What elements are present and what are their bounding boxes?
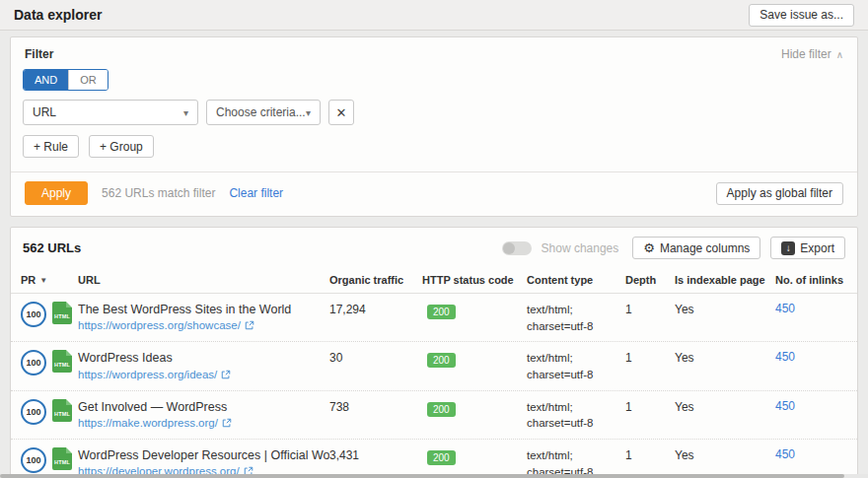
table-row: 100 HTML The Best WordPress Sites in the…	[11, 294, 857, 342]
page-url-link[interactable]: https://make.wordpress.org/	[78, 415, 329, 431]
horizontal-scrollbar	[0, 474, 868, 478]
organic-traffic-value: 738	[329, 399, 422, 414]
http-status-badge: 200	[427, 305, 456, 319]
gear-icon: ⚙	[643, 241, 655, 254]
page-title-text: Get Involved — WordPress	[78, 399, 329, 415]
horizontal-scrollbar-thumb[interactable]	[0, 474, 844, 478]
external-link-icon	[222, 418, 232, 428]
and-button[interactable]: AND	[24, 70, 68, 90]
hide-filter-toggle[interactable]: Hide filter ∧	[781, 47, 843, 61]
content-type-value: text/html; charset=utf-8	[527, 399, 625, 432]
indexable-value: Yes	[675, 399, 775, 414]
inlinks-link[interactable]: 450	[775, 399, 858, 413]
column-header-organic-traffic[interactable]: Organic traffic	[329, 274, 422, 286]
field-select[interactable]: URL ▾	[23, 100, 198, 125]
depth-value: 1	[625, 302, 675, 316]
column-header-content-type[interactable]: Content type	[527, 274, 625, 286]
add-group-button[interactable]: + Group	[89, 135, 154, 158]
http-status-badge: 200	[427, 450, 456, 465]
external-link-icon	[221, 370, 231, 379]
apply-global-filter-button[interactable]: Apply as global filter	[716, 182, 843, 205]
filter-title: Filter	[25, 47, 53, 61]
inlinks-link[interactable]: 450	[775, 350, 858, 364]
external-link-icon	[245, 320, 254, 330]
export-button[interactable]: ↓ Export	[770, 237, 845, 259]
results-panel: 562 URLs Show changes ⚙ Manage columns ↓…	[10, 227, 858, 478]
or-button[interactable]: OR	[68, 70, 108, 90]
and-or-segmented: AND OR	[23, 69, 108, 91]
page-url-link[interactable]: https://wordpress.org/ideas/	[78, 367, 329, 382]
page-url-link[interactable]: https://wordpress.org/showcase/	[78, 317, 329, 333]
page-title-text: WordPress Ideas	[78, 350, 329, 366]
column-header-pr[interactable]: PR ▼	[21, 274, 78, 286]
chevron-down-icon: ▾	[306, 107, 311, 118]
page-rating-badge: 100	[21, 399, 46, 425]
show-changes-toggle[interactable]	[502, 241, 532, 255]
manage-columns-button[interactable]: ⚙ Manage columns	[632, 237, 760, 259]
apply-button[interactable]: Apply	[25, 181, 88, 205]
page-title-text: The Best WordPress Sites in the World	[78, 302, 329, 317]
filter-panel: Filter Hide filter ∧ AND OR URL ▾ Choose…	[10, 36, 858, 217]
column-header-depth[interactable]: Depth	[625, 274, 675, 286]
results-count: 562 URLs	[23, 240, 81, 255]
page-rating-badge: 100	[21, 302, 46, 327]
http-status-badge: 200	[427, 353, 456, 368]
export-icon: ↓	[781, 241, 795, 255]
close-icon: ✕	[336, 105, 347, 120]
indexable-value: Yes	[675, 447, 775, 462]
page-title-text: WordPress Developer Resources | Official…	[78, 447, 329, 463]
table-row: 100 HTML WordPress Developer Resources |…	[11, 440, 857, 478]
remove-rule-button[interactable]: ✕	[328, 100, 354, 125]
depth-value: 1	[625, 350, 675, 365]
html-file-icon: HTML	[52, 399, 72, 422]
chevron-up-icon: ∧	[836, 49, 843, 60]
column-header-url[interactable]: URL	[78, 274, 329, 286]
depth-value: 1	[625, 447, 675, 462]
content-type-value: text/html; charset=utf-8	[527, 350, 625, 382]
clear-filter-link[interactable]: Clear filter	[229, 186, 283, 200]
table-row: 100 HTML Get Involved — WordPress https:…	[11, 391, 857, 440]
indexable-value: Yes	[675, 302, 775, 316]
page-rating-badge: 100	[21, 447, 46, 473]
content-type-value: text/html; charset=utf-8	[527, 302, 625, 334]
match-filter-text: 562 URLs match filter	[102, 186, 215, 200]
top-bar: Data explorer Save issue as...	[0, 0, 868, 31]
depth-value: 1	[625, 399, 675, 414]
criteria-select[interactable]: Choose criteria... ▾	[206, 100, 321, 125]
inlinks-link[interactable]: 450	[775, 302, 858, 315]
add-rule-button[interactable]: + Rule	[23, 135, 79, 158]
html-file-icon: HTML	[52, 302, 72, 324]
indexable-value: Yes	[675, 350, 775, 365]
organic-traffic-value: 3,431	[329, 447, 422, 462]
http-status-badge: 200	[427, 402, 456, 417]
page-rating-badge: 100	[21, 350, 46, 376]
html-file-icon: HTML	[52, 350, 72, 373]
save-issue-button[interactable]: Save issue as...	[749, 4, 854, 27]
inlinks-link[interactable]: 450	[775, 447, 858, 461]
organic-traffic-value: 30	[329, 350, 422, 365]
show-changes-label: Show changes	[542, 241, 619, 255]
html-file-icon: HTML	[52, 447, 72, 470]
page-title: Data explorer	[14, 7, 102, 23]
chevron-down-icon: ▾	[183, 107, 188, 118]
table-row: 100 HTML WordPress Ideas https://wordpre…	[11, 342, 857, 390]
organic-traffic-value: 17,294	[329, 302, 422, 316]
sort-desc-icon: ▼	[39, 276, 47, 285]
table-header-row: PR ▼ URL Organic traffic HTTP status cod…	[11, 267, 857, 294]
column-header-http-status[interactable]: HTTP status code	[422, 274, 527, 286]
column-header-inlinks[interactable]: No. of inlinks	[775, 274, 858, 286]
column-header-indexable[interactable]: Is indexable page	[675, 274, 775, 286]
